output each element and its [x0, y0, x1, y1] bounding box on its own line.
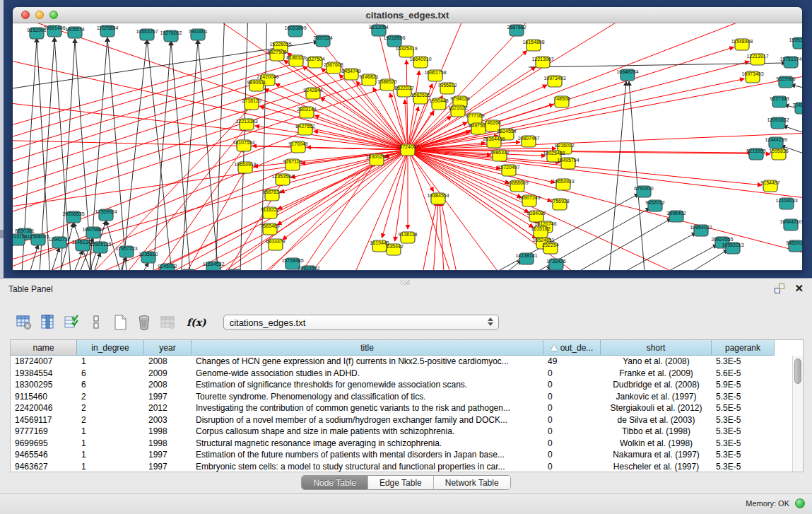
tab-edge-table[interactable]: Edge Table [368, 476, 434, 489]
graph-node[interactable]: 7941601 [188, 29, 207, 40]
table-row[interactable]: 1830029562008Estimation of significance … [11, 379, 803, 391]
column-header-name[interactable]: name [11, 340, 77, 356]
graph-node[interactable]: 1035810 [139, 252, 158, 263]
graph-node[interactable]: 2718120 [242, 98, 261, 110]
column-header-in_degree[interactable]: in_degree [77, 340, 144, 356]
graph-node[interactable]: 2687682 [507, 25, 526, 36]
tab-network-table[interactable]: Network Table [434, 476, 510, 489]
table-row[interactable]: 1456911722003Disruption of a novel membe… [11, 414, 803, 426]
table-row[interactable]: 969969511998Structural magnetic resonanc… [11, 438, 803, 450]
graph-node[interactable]: 15276002 [160, 30, 182, 42]
column-header-out_de[interactable]: out_de... [543, 340, 601, 356]
table-row[interactable]: 2242004622012Investigating the contribut… [11, 402, 803, 414]
column-header-pagerank[interactable]: pagerank [712, 340, 775, 356]
graph-node[interactable]: 1619445 [370, 240, 389, 252]
graph-node[interactable]: 16154808 [522, 40, 544, 51]
column-narrow-icon[interactable] [86, 313, 106, 332]
graph-node[interactable]: 9245012 [158, 264, 177, 270]
graph-node[interactable]: 1695402 [666, 211, 686, 222]
graph-node[interactable]: 9267110 [283, 159, 302, 170]
column-header-short[interactable]: short [601, 340, 712, 356]
graph-node[interactable]: 18300295 [365, 154, 387, 165]
graph-node[interactable]: 9227343 [770, 96, 789, 107]
column-header-year[interactable]: year [144, 340, 192, 356]
graph-node[interactable]: 6791910 [634, 186, 653, 197]
table-select-rows-icon[interactable] [62, 313, 82, 332]
graph-node[interactable]: 9327504 [305, 57, 324, 68]
graph-node[interactable]: 9329966 [776, 76, 795, 88]
graph-node[interactable]: 1595838 [769, 148, 788, 160]
graph-node[interactable]: 17957223 [115, 246, 137, 257]
function-builder-icon[interactable]: f(x) [187, 317, 206, 328]
graph-node[interactable]: 8813054 [369, 25, 388, 36]
scrollbar-thumb[interactable] [794, 358, 801, 384]
graph-node[interactable]: 8186323 [286, 55, 305, 66]
graph-node[interactable]: 16325419 [395, 46, 417, 57]
network-selector[interactable]: citations_edges.txt [223, 315, 499, 330]
graph-node[interactable]: 7955812 [437, 83, 457, 94]
graph-node[interactable]: 18907249 [518, 195, 540, 206]
graph-node[interactable]: 748506 [553, 96, 570, 107]
graph-node[interactable]: 10973403 [741, 71, 763, 83]
graph-node[interactable]: 12450123 [223, 269, 245, 270]
graph-node[interactable]: 12905135 [89, 242, 111, 253]
graph-node[interactable]: 7240551 [792, 103, 802, 114]
graph-node[interactable]: 9170049 [288, 141, 307, 153]
graph-node[interactable]: 10654022 [177, 269, 199, 270]
table-row[interactable]: 1938455462009Genome-wide association stu… [11, 368, 803, 380]
graph-node[interactable]: 7756928 [550, 199, 569, 210]
float-panel-icon[interactable] [775, 284, 784, 293]
graph-node[interactable]: 11025854 [97, 25, 119, 37]
tab-node-table[interactable]: Node Table [302, 476, 368, 489]
graph-node[interactable]: 16044210 [779, 219, 801, 230]
graph-node[interactable]: 11548408 [731, 39, 753, 50]
graph-node[interactable]: 11694532 [203, 262, 225, 270]
graph-node[interactable]: 1615182 [531, 226, 550, 238]
table-row[interactable]: 1872400712008Changes of HCN gene express… [11, 356, 803, 368]
graph-node[interactable]: 9890611 [247, 80, 266, 91]
graph-node[interactable]: 20924502 [298, 266, 319, 270]
graph-node[interactable]: 9152001 [27, 28, 46, 39]
table-row[interactable]: 946362711997Embryonic stem cells: a mode… [11, 461, 803, 473]
new-document-icon[interactable] [110, 313, 130, 332]
graph-node[interactable]: 1405574 [65, 27, 84, 38]
graph-node[interactable]: 20206535 [62, 211, 84, 223]
table-row[interactable]: 977716911998Corpus callosum shape and si… [11, 426, 803, 438]
graph-node[interactable]: 6914479 [266, 239, 285, 250]
graph-node[interactable]: 8215955 [746, 148, 765, 160]
graph-node[interactable]: 2803144 [297, 107, 316, 118]
graph-node[interactable]: 8827506 [267, 49, 286, 61]
table-settings-icon[interactable] [14, 313, 34, 332]
graph-node[interactable]: 252254 [542, 243, 558, 254]
graph-node[interactable]: 10688609 [506, 180, 528, 192]
graph-node[interactable]: 9587834 [262, 189, 281, 201]
graph-node[interactable]: 8454749 [341, 69, 360, 80]
graph-node[interactable]: 9118222 [261, 207, 280, 218]
graph-node[interactable]: 9146821 [359, 74, 378, 86]
graph-node[interactable]: 11568023 [28, 234, 49, 245]
graph-node[interactable]: 16495794 [557, 158, 579, 169]
graph-node[interactable]: 9242844 [303, 88, 322, 99]
table-disabled-icon[interactable] [158, 313, 178, 332]
graph-node[interactable]: 7857224 [313, 35, 332, 47]
graph-node[interactable]: 9452013 [786, 240, 802, 252]
close-panel-icon[interactable]: ✕ [794, 284, 804, 293]
graph-node[interactable]: 15953801 [789, 37, 802, 49]
graph-node[interactable]: 16033809 [284, 25, 306, 37]
table-row[interactable]: 946554611997Estimation of the future num… [11, 449, 803, 461]
graph-node[interactable]: 19218506 [383, 35, 405, 47]
graph-node[interactable]: 1733426 [546, 259, 565, 270]
table-column-icon[interactable] [38, 313, 58, 332]
table-row[interactable]: 911546021997Tourette syndrome. Phenomeno… [11, 391, 803, 403]
vertical-scrollbar[interactable] [792, 356, 803, 472]
graph-node[interactable]: 9452012 [645, 200, 664, 211]
graph-node[interactable]: 15751074 [779, 57, 801, 68]
graph-node[interactable]: 7986332 [490, 150, 509, 161]
graph-node[interactable]: 8427552 [295, 124, 314, 135]
graph-node[interactable]: 16961758 [424, 70, 446, 81]
graph-node[interactable]: 12104033 [775, 198, 797, 209]
network-window[interactable]: citations_edges.txt 18724007183002951938… [13, 7, 802, 271]
graph-node[interactable]: 9154497 [760, 180, 779, 192]
graph-node[interactable]: 2367608 [324, 62, 343, 74]
graph-node[interactable]: 1562615 [411, 93, 430, 104]
